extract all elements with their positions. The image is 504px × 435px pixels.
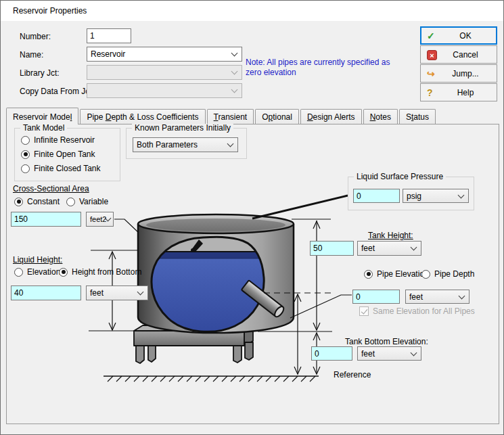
chevron-down-icon	[458, 191, 465, 198]
chevron-down-icon	[227, 141, 234, 147]
tank-height-unit-combobox[interactable]: feet	[357, 241, 421, 256]
radio-elevation[interactable]: Elevation	[14, 267, 60, 277]
chevron-down-icon	[459, 292, 465, 299]
chevron-down-icon	[231, 87, 238, 93]
ok-button[interactable]: ✓ OK	[420, 26, 497, 45]
known-parameters-title: Known Parameters Initially	[132, 123, 233, 133]
number-input[interactable]	[87, 28, 131, 43]
radio-finite-open-tank[interactable]: Finite Open Tank	[21, 150, 95, 159]
radio-finite-closed-tank[interactable]: Finite Closed Tank	[21, 164, 101, 173]
same-elevation-checkbox	[359, 306, 369, 316]
tank-bottom-elevation-label: Tank Bottom Elevation:	[345, 337, 428, 346]
tank-height-input[interactable]	[310, 241, 354, 256]
red-x-icon: ×	[427, 50, 437, 60]
check-icon: ✓	[427, 30, 435, 41]
jump-button[interactable]: ↪ Jump...	[420, 64, 497, 83]
reservoir-properties-dialog: Reservoir Properties Number: Name: Reser…	[0, 0, 504, 435]
radio-circle[interactable]	[421, 270, 430, 279]
copy-data-combobox	[87, 83, 242, 98]
tab-pipe-depth-loss[interactable]: Pipe Depth & Loss Coefficients	[80, 109, 205, 124]
question-mark-icon: ?	[427, 87, 433, 98]
radio-circle[interactable]	[14, 198, 23, 206]
liquid-surface-pressure-title: Liquid Surface Pressure	[354, 172, 446, 181]
radio-circle[interactable]	[59, 268, 68, 277]
radio-variable[interactable]: Variable	[66, 197, 108, 206]
help-button[interactable]: ? Help	[420, 83, 497, 101]
pipe-elevation-input[interactable]	[352, 290, 400, 304]
radio-circle[interactable]	[14, 268, 23, 277]
title-bar[interactable]: Reservoir Properties	[1, 1, 503, 21]
liquid-surface-pressure-input[interactable]	[353, 189, 400, 203]
tab-design-alerts[interactable]: Design Alerts	[300, 109, 362, 124]
radio-circle[interactable]	[21, 136, 30, 145]
radio-constant[interactable]: Constant	[14, 197, 60, 206]
tab-status[interactable]: Status	[399, 109, 436, 124]
cross-sectional-area-label: Cross-Sectional Area	[13, 184, 89, 193]
radio-height-from-bottom[interactable]: Height from Bottom	[59, 267, 141, 277]
tab-optional[interactable]: Optional	[255, 109, 299, 124]
tank-bottom-elevation-unit-combobox[interactable]: feet	[357, 346, 421, 361]
note-text: Note: All pipes are currently specified …	[246, 58, 394, 78]
radio-circle[interactable]	[66, 198, 75, 206]
tab-notes[interactable]: Notes	[363, 109, 398, 124]
cross-sectional-area-input[interactable]	[11, 212, 81, 227]
same-elevation-checkbox-row: Same Elevation for All Pipes	[359, 306, 475, 316]
radio-circle[interactable]	[21, 164, 30, 173]
known-parameters-combobox[interactable]: Both Parameters	[133, 137, 238, 152]
tab-strip: Reservoir Model Pipe Depth & Loss Coeffi…	[6, 108, 437, 124]
chevron-down-icon	[231, 68, 238, 75]
liquid-height-label: Liquid Height:	[13, 255, 62, 265]
radio-circle[interactable]	[364, 270, 373, 279]
radio-pipe-elevation[interactable]: Pipe Elevation	[364, 269, 429, 279]
tab-transient[interactable]: Transient	[207, 109, 254, 124]
library-jct-label: Library Jct:	[20, 68, 60, 78]
library-jct-combobox	[87, 65, 242, 80]
reference-label: Reference	[334, 370, 371, 380]
chevron-down-icon	[411, 244, 417, 251]
chevron-down-icon	[137, 289, 144, 296]
liquid-height-unit-combobox[interactable]: feet	[86, 285, 148, 300]
chevron-down-icon	[411, 349, 417, 356]
tab-reservoir-model[interactable]: Reservoir Model	[6, 108, 78, 124]
radio-pipe-depth[interactable]: Pipe Depth	[421, 269, 474, 279]
radio-circle[interactable]	[21, 150, 30, 159]
number-label: Number:	[20, 32, 51, 41]
jump-arrow-icon: ↪	[427, 68, 435, 79]
tank-bottom-elevation-input[interactable]	[311, 346, 352, 361]
chevron-down-icon	[231, 50, 238, 57]
window-title: Reservoir Properties	[13, 6, 87, 16]
liquid-height-input[interactable]	[11, 285, 81, 300]
tank-model-title: Tank Model	[20, 123, 67, 133]
name-combobox[interactable]: Reservoir	[87, 47, 242, 62]
tank-height-label: Tank Height:	[368, 231, 413, 240]
cross-sectional-area-unit-combobox[interactable]: feet2	[86, 212, 114, 227]
liquid-surface-pressure-unit-combobox[interactable]: psig	[403, 189, 469, 203]
name-label: Name:	[20, 50, 43, 60]
radio-infinite-reservoir[interactable]: Infinite Reservoir	[21, 135, 95, 145]
name-value: Reservoir	[91, 49, 125, 59]
pipe-elevation-unit-combobox[interactable]: feet	[405, 290, 469, 304]
cancel-button[interactable]: × Cancel	[420, 45, 497, 64]
